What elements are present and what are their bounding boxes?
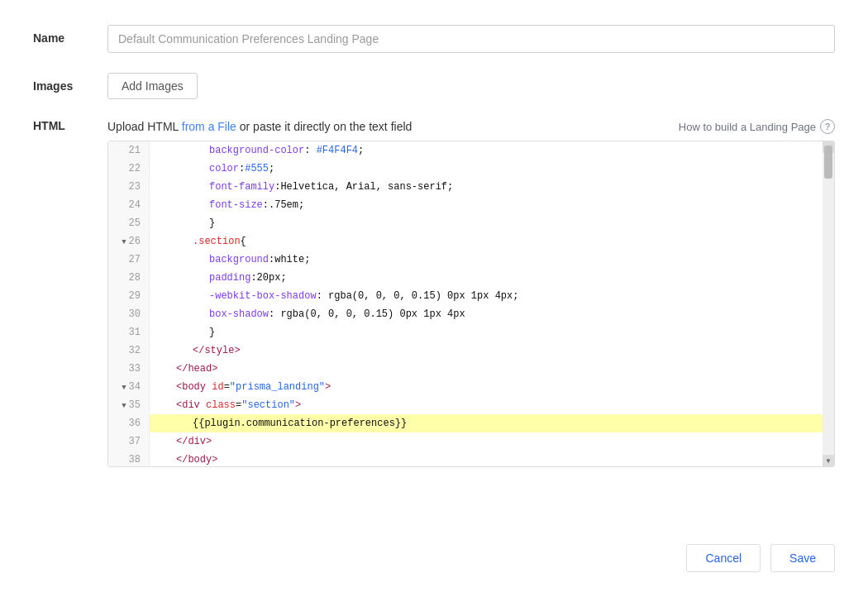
line-number: 23: [108, 178, 149, 196]
bottom-bar: Cancel Save: [33, 528, 835, 572]
from-file-link[interactable]: from a File: [182, 120, 236, 133]
line-number: 22: [108, 160, 149, 178]
code-line: {{plugin.communication-preferences}}: [150, 414, 823, 432]
html-header: Upload HTML from a File or paste it dire…: [107, 119, 835, 134]
scrollbar-track: ▲ ▼: [823, 141, 834, 466]
name-field-container: [107, 25, 835, 53]
save-button[interactable]: Save: [770, 544, 835, 572]
code-line: .section{: [150, 232, 823, 251]
line-number: 25: [108, 214, 149, 232]
line-number: 38: [108, 451, 149, 466]
line-number: 27: [108, 251, 149, 269]
code-line: background:white;: [150, 251, 823, 269]
line-number: 32: [108, 341, 149, 360]
name-input[interactable]: [107, 25, 835, 53]
line-number: 36: [108, 414, 149, 432]
add-images-button[interactable]: Add Images: [107, 73, 198, 99]
html-description: Upload HTML from a File or paste it dire…: [107, 120, 412, 133]
html-row: HTML Upload HTML from a File or paste it…: [33, 119, 835, 528]
html-desc-mid: or paste it directly on the text field: [236, 120, 412, 133]
code-body[interactable]: 2122232425262728293031323334353637383940…: [108, 141, 834, 466]
code-line: </body>: [150, 451, 823, 466]
line-number: 28: [108, 269, 149, 287]
how-to-link-text: How to build a Landing Page: [679, 121, 816, 133]
line-number: 21: [108, 141, 149, 160]
line-number: 24: [108, 196, 149, 214]
code-line: background-color: #F4F4F4;: [150, 141, 823, 160]
line-number: 30: [108, 305, 149, 323]
code-line: font-size:.75em;: [150, 196, 823, 214]
name-label: Name: [33, 25, 107, 45]
cancel-button[interactable]: Cancel: [686, 544, 761, 572]
scrollbar-thumb[interactable]: [824, 146, 832, 179]
line-number: 37: [108, 432, 149, 451]
html-label: HTML: [33, 119, 107, 132]
line-number: 35: [108, 396, 149, 414]
code-line: box-shadow: rgba(0, 0, 0, 0.15) 0px 1px …: [150, 305, 823, 323]
code-line: <div class="section">: [150, 396, 823, 414]
question-icon: ?: [820, 119, 835, 134]
name-row: Name: [33, 25, 835, 53]
html-desc-plain: Upload HTML: [107, 120, 182, 133]
images-label: Images: [33, 73, 107, 93]
line-number: 29: [108, 287, 149, 305]
code-line: </style>: [150, 341, 823, 360]
images-field-container: Add Images: [107, 73, 835, 99]
html-content-area: Upload HTML from a File or paste it dire…: [107, 119, 835, 467]
scrollbar-down-arrow[interactable]: ▼: [823, 455, 834, 466]
line-number: 34: [108, 378, 149, 396]
line-number: 26: [108, 232, 149, 251]
code-line: }: [150, 214, 823, 232]
code-line: </head>: [150, 360, 823, 378]
line-number: 31: [108, 323, 149, 341]
how-to-link[interactable]: How to build a Landing Page ?: [679, 119, 835, 134]
code-lines: background-color: #F4F4F4;color:#555;fon…: [150, 141, 823, 466]
code-line: -webkit-box-shadow: rgba(0, 0, 0, 0.15) …: [150, 287, 823, 305]
code-line: <body id="prisma_landing">: [150, 378, 823, 396]
code-line: font-family:Helvetica, Arial, sans-serif…: [150, 178, 823, 196]
code-line: padding:20px;: [150, 269, 823, 287]
code-line: color:#555;: [150, 160, 823, 178]
code-line: </div>: [150, 432, 823, 451]
line-number: 33: [108, 360, 149, 378]
line-numbers: 2122232425262728293031323334353637383940: [108, 141, 150, 466]
code-line: }: [150, 323, 823, 341]
images-row: Images Add Images: [33, 73, 835, 99]
code-editor: 2122232425262728293031323334353637383940…: [107, 141, 835, 467]
